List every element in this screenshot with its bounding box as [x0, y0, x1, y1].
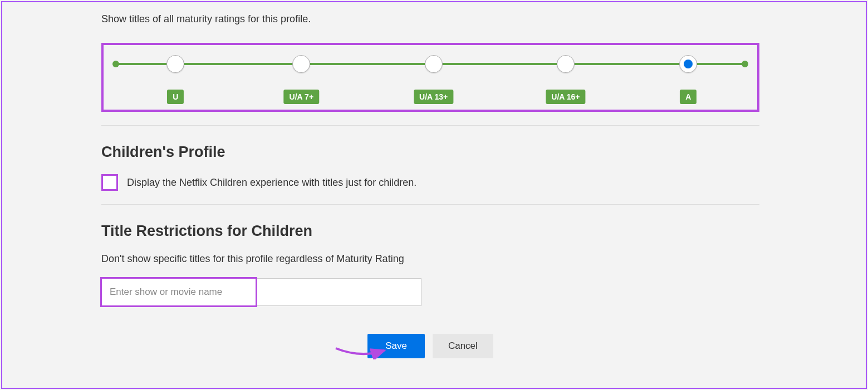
children-profile-checkbox-label: Display the Netflix Children experience …	[127, 177, 416, 189]
children-profile-checkbox[interactable]	[101, 174, 118, 191]
divider	[101, 125, 759, 126]
maturity-step-label-3: U/A 16+	[546, 90, 585, 104]
maturity-slider-highlight: UU/A 7+U/A 13+U/A 16+A	[101, 43, 759, 112]
children-profile-checkbox-row: Display the Netflix Children experience …	[101, 174, 759, 191]
maturity-step-0[interactable]	[166, 55, 184, 73]
settings-content: Show titles of all maturity ratings for …	[101, 13, 759, 358]
maturity-subtitle: Show titles of all maturity ratings for …	[101, 13, 759, 25]
save-button[interactable]: Save	[367, 334, 425, 358]
maturity-step-label-2: U/A 13+	[414, 90, 453, 104]
title-restrictions-input-wrap	[101, 278, 421, 306]
maturity-step-label-0: U	[167, 90, 184, 104]
title-restrictions-heading: Title Restrictions for Children	[101, 223, 759, 240]
maturity-step-label-1: U/A 7+	[284, 90, 319, 104]
action-buttons: Save Cancel	[101, 334, 759, 358]
maturity-step-4[interactable]	[679, 55, 697, 73]
maturity-step-1[interactable]	[292, 55, 310, 73]
maturity-step-label-4: A	[680, 90, 697, 104]
title-restrictions-description: Don't show specific titles for this prof…	[101, 253, 759, 265]
title-restrictions-input[interactable]	[101, 278, 421, 306]
children-profile-heading: Children's Profile	[101, 144, 759, 161]
slider-end-dot-left	[112, 61, 119, 67]
slider-end-dot-right	[742, 61, 748, 67]
cancel-button[interactable]: Cancel	[433, 334, 493, 358]
maturity-step-3[interactable]	[557, 55, 575, 73]
maturity-step-2[interactable]	[425, 55, 443, 73]
maturity-slider-track[interactable]: UU/A 7+U/A 13+U/A 16+A	[116, 63, 745, 65]
divider	[101, 204, 759, 205]
